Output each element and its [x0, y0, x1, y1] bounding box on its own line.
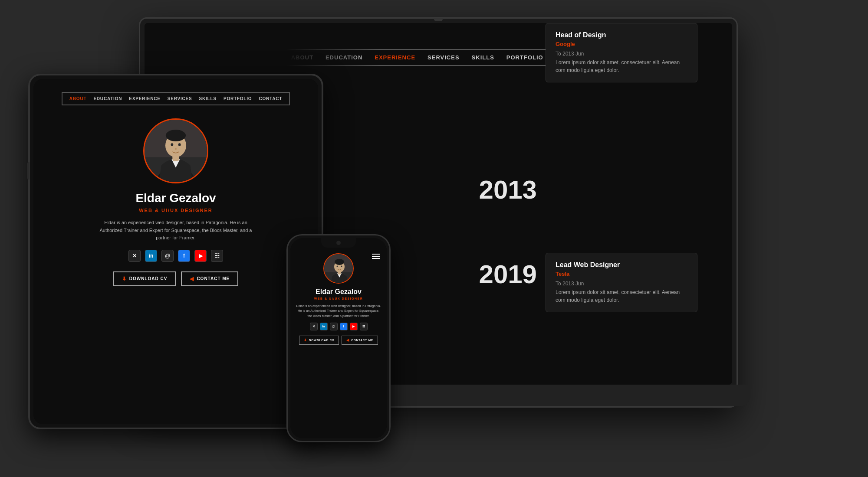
contact-icon: ◀ — [190, 276, 194, 282]
laptop-nav-experience[interactable]: EXPERIENCE — [375, 54, 415, 61]
phone-bio: Eldar is an experienced web designer, ba… — [296, 304, 381, 318]
tablet-nav-skills[interactable]: SKILLS — [199, 96, 217, 101]
tablet-content: ABOUT EDUCATION EXPERIENCE SERVICES SKIL… — [33, 79, 318, 424]
hamburger-line-3 — [372, 258, 380, 259]
tablet-nav-education[interactable]: EDUCATION — [93, 96, 122, 101]
phone-contact-me-label: CONTACT ME — [351, 339, 373, 342]
exp-card-2: Lead Web Designer Tesla To 2013 Jun Lore… — [546, 253, 697, 312]
exp-card-2-date: To 2013 Jun — [556, 281, 687, 287]
phone-social-linkedin[interactable]: in — [320, 323, 328, 330]
tablet-avatar — [143, 118, 208, 183]
phone-name: Eldar Gezalov — [316, 288, 362, 296]
svg-point-6 — [171, 143, 173, 146]
tablet-social-youtube[interactable]: ▶ — [194, 250, 207, 262]
tablet-nav: ABOUT EDUCATION EXPERIENCE SERVICES SKIL… — [62, 92, 290, 105]
tablet-nav-about[interactable]: ABOUT — [69, 96, 87, 101]
phone-screen: Eldar Gezalov WEB & UI/UX DESIGNER Eldar… — [290, 238, 387, 438]
tablet-role: WEB & UI/UX DESIGNER — [139, 208, 213, 213]
exp-card-2-title: Lead Web Designer — [556, 261, 687, 269]
phone-social-x[interactable]: ✕ — [310, 323, 318, 330]
download-icon: ⬇ — [122, 276, 127, 282]
phone-download-cv-button[interactable]: ⬇ DOWNLOAD CV — [299, 336, 339, 345]
laptop-nav-education[interactable]: EDUCATION — [326, 54, 362, 61]
phone-social-instagram[interactable]: ☷ — [360, 323, 368, 330]
phone-social-facebook[interactable]: f — [340, 323, 348, 330]
download-cv-label: DOWNLOAD CV — [129, 276, 168, 281]
phone-role: WEB & UI/UX DESIGNER — [314, 297, 363, 300]
svg-point-5 — [166, 130, 186, 141]
phone-action-buttons: ⬇ DOWNLOAD CV ◀ CONTACT ME — [299, 336, 378, 345]
tablet-name: Eldar Gezalov — [135, 191, 216, 205]
exp-card-1-date: To 2013 Jun — [556, 51, 687, 57]
tablet-bio: Eldar is an experienced web designer, ba… — [93, 219, 258, 242]
tablet-nav-portfolio[interactable]: PORTFOLIO — [224, 96, 252, 101]
phone-socials: ✕ in @ f ▶ ☷ — [310, 323, 368, 330]
tablet-social-facebook[interactable]: f — [178, 250, 190, 262]
exp-card-1-company: Google — [556, 41, 687, 47]
tablet-nav-experience[interactable]: EXPERIENCE — [129, 96, 160, 101]
exp-card-2-company: Tesla — [556, 271, 687, 277]
exp-card-2-text: Lorem ipsum dolor sit amet, consectetuer… — [556, 288, 687, 304]
phone-contact-icon: ◀ — [346, 338, 349, 342]
hamburger-menu-icon[interactable] — [372, 254, 380, 259]
tablet-contact-me-button[interactable]: ◀ CONTACT ME — [181, 271, 238, 286]
svg-point-16 — [341, 266, 342, 267]
hamburger-line-2 — [372, 256, 380, 257]
exp-card-1-title: Head of Design — [556, 31, 687, 39]
tablet-social-x[interactable]: ✕ — [128, 250, 141, 262]
tablet-nav-contact[interactable]: CONTACT — [259, 96, 282, 101]
svg-point-14 — [335, 259, 344, 265]
tablet-download-cv-button[interactable]: ⬇ DOWNLOAD CV — [113, 271, 176, 286]
exp-year-1: 2013 — [479, 175, 537, 205]
exp-year-2: 2019 — [479, 259, 537, 289]
phone-download-icon: ⬇ — [304, 338, 307, 342]
tablet-nav-services[interactable]: SERVICES — [168, 96, 192, 101]
phone-social-youtube[interactable]: ▶ — [350, 323, 358, 330]
phone-device: Eldar Gezalov WEB & UI/UX DESIGNER Eldar… — [286, 234, 391, 442]
phone-download-cv-label: DOWNLOAD CV — [309, 339, 335, 342]
tablet-social-threads[interactable]: @ — [161, 250, 174, 262]
exp-card-1: Head of Design Google To 2013 Jun Lorem … — [546, 23, 697, 82]
phone-content: Eldar Gezalov WEB & UI/UX DESIGNER Eldar… — [290, 238, 387, 438]
laptop-nav-skills[interactable]: SKILLS — [472, 54, 494, 61]
laptop-nav-portfolio[interactable]: PORTFOLIO — [506, 54, 543, 61]
laptop-nav-about[interactable]: ABOUT — [291, 54, 313, 61]
tablet-social-linkedin[interactable]: in — [145, 250, 157, 262]
tablet-social-instagram[interactable]: ☷ — [211, 250, 223, 262]
tablet-side-button[interactable] — [27, 162, 30, 180]
contact-me-label: CONTACT ME — [197, 276, 230, 281]
laptop-nav-services[interactable]: SERVICES — [427, 54, 460, 61]
svg-point-8 — [175, 148, 177, 150]
phone-avatar — [323, 253, 354, 284]
phone-contact-me-button[interactable]: ◀ CONTACT ME — [342, 336, 378, 345]
phone-social-threads[interactable]: @ — [330, 323, 338, 330]
hamburger-line-1 — [372, 254, 380, 255]
tablet-socials: ✕ in @ f ▶ ☷ — [128, 250, 223, 262]
phone-notch — [321, 238, 356, 248]
tablet-screen: ABOUT EDUCATION EXPERIENCE SERVICES SKIL… — [33, 79, 318, 424]
svg-point-7 — [178, 143, 181, 146]
phone-camera — [336, 241, 341, 245]
svg-point-15 — [337, 266, 338, 267]
laptop-camera — [434, 18, 443, 21]
tablet-device: ABOUT EDUCATION EXPERIENCE SERVICES SKIL… — [28, 74, 323, 429]
tablet-action-buttons: ⬇ DOWNLOAD CV ◀ CONTACT ME — [113, 271, 239, 286]
exp-card-1-text: Lorem ipsum dolor sit amet, consectetuer… — [556, 59, 687, 74]
